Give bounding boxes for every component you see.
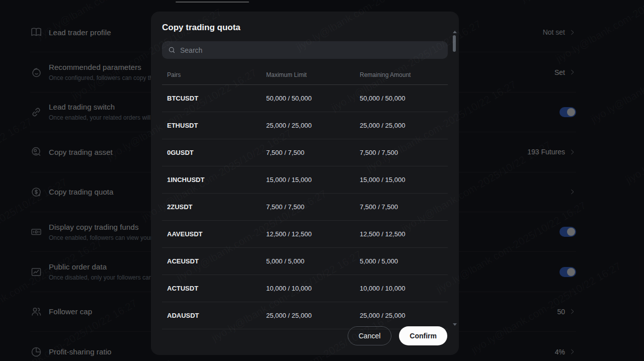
remaining-amount-value: 15,000 / 15,000	[355, 176, 448, 184]
modal-scrollbar	[452, 31, 456, 326]
column-header-remaining: Remaining Amount	[355, 71, 448, 78]
maximum-limit-value: 7,500 / 7,500	[261, 203, 355, 211]
pair-name: 1INCHUSDT	[162, 176, 261, 184]
quota-row-ethusdt[interactable]: ETHUSDT25,000 / 25,00025,000 / 25,000	[162, 112, 448, 139]
quota-row-aaveusdt[interactable]: AAVEUSDT12,500 / 12,50012,500 / 12,500	[162, 221, 448, 248]
copy-trading-quota-modal: Copy trading quota Pairs Maximum Limit R…	[151, 12, 459, 355]
remaining-amount-value: 25,000 / 25,000	[355, 122, 448, 129]
confirm-button[interactable]: Confirm	[399, 326, 447, 345]
quota-row-adausdt[interactable]: ADAUSDT25,000 / 25,00025,000 / 25,000	[162, 302, 448, 329]
quota-row-aceusdt[interactable]: ACEUSDT5,000 / 5,0005,000 / 5,000	[162, 248, 448, 275]
search-icon	[168, 46, 176, 54]
maximum-limit-value: 7,500 / 7,500	[261, 149, 355, 156]
maximum-limit-value: 25,000 / 25,000	[261, 122, 355, 129]
maximum-limit-value: 25,000 / 25,000	[261, 312, 355, 319]
pair-name: 0GUSDT	[162, 149, 261, 156]
quota-row-2zusdt[interactable]: 2ZUSDT7,500 / 7,5007,500 / 7,500	[162, 194, 448, 221]
scroll-down-icon[interactable]	[453, 323, 457, 326]
scrollbar-thumb[interactable]	[453, 35, 456, 52]
pair-name: ACEUSDT	[162, 257, 261, 265]
remaining-amount-value: 7,500 / 7,500	[355, 203, 448, 211]
pair-name: BTCUSDT	[162, 95, 261, 102]
remaining-amount-value: 25,000 / 25,000	[355, 312, 448, 319]
pair-name: 2ZUSDT	[162, 203, 261, 211]
pair-name: ADAUSDT	[162, 312, 261, 319]
maximum-limit-value: 15,000 / 15,000	[261, 176, 355, 184]
column-header-max-limit: Maximum Limit	[261, 71, 355, 78]
quota-row-actusdt[interactable]: ACTUSDT10,000 / 10,00010,000 / 10,000	[162, 275, 448, 302]
quota-row-1inchusdt[interactable]: 1INCHUSDT15,000 / 15,00015,000 / 15,000	[162, 166, 448, 194]
scroll-up-icon[interactable]	[453, 31, 457, 33]
quota-table-header: Pairs Maximum Limit Remaining Amount	[162, 71, 448, 85]
cancel-button[interactable]: Cancel	[348, 326, 392, 345]
quota-table: Pairs Maximum Limit Remaining Amount BTC…	[162, 71, 448, 329]
quota-row-0gusdt[interactable]: 0GUSDT7,500 / 7,5007,500 / 7,500	[162, 139, 448, 166]
maximum-limit-value: 50,000 / 50,000	[261, 95, 355, 102]
remaining-amount-value: 10,000 / 10,000	[355, 285, 448, 292]
modal-title: Copy trading quota	[162, 23, 448, 33]
remaining-amount-value: 12,500 / 12,500	[355, 230, 448, 238]
column-header-pairs: Pairs	[162, 71, 261, 78]
remaining-amount-value: 50,000 / 50,000	[355, 95, 448, 102]
pair-name: AAVEUSDT	[162, 230, 261, 238]
maximum-limit-value: 10,000 / 10,000	[261, 285, 355, 292]
remaining-amount-value: 7,500 / 7,500	[355, 149, 448, 156]
quota-table-body: BTCUSDT50,000 / 50,00050,000 / 50,000ETH…	[162, 85, 448, 329]
maximum-limit-value: 5,000 / 5,000	[261, 257, 355, 265]
pair-name: ETHUSDT	[162, 122, 261, 129]
maximum-limit-value: 12,500 / 12,500	[261, 230, 355, 238]
search-input[interactable]	[162, 41, 448, 59]
remaining-amount-value: 5,000 / 5,000	[355, 257, 448, 265]
quota-row-btcusdt[interactable]: BTCUSDT50,000 / 50,00050,000 / 50,000	[162, 85, 448, 112]
pair-name: ACTUSDT	[162, 285, 261, 292]
